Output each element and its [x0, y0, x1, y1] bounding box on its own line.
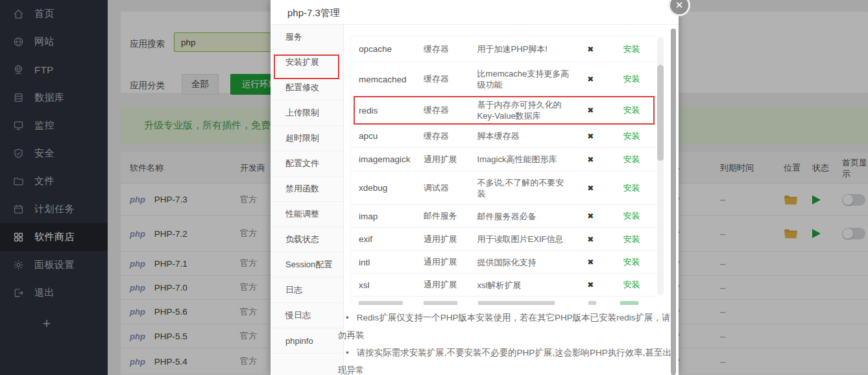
note-item: 请按实际需求安装扩展,不要安装不必要的PHP扩展,这会影响PHP执行效率,甚至出…: [338, 344, 671, 375]
extension-name: imap: [351, 212, 424, 221]
extension-row-intl: intl通用扩展提供国际化支持✖安装: [351, 251, 657, 274]
extension-name: intl: [351, 258, 424, 267]
install-button[interactable]: 安装: [623, 74, 640, 84]
close-icon: ✕: [675, 0, 684, 10]
not-installed-icon: ✖: [574, 184, 607, 193]
modal-title: php-7.3管理: [271, 0, 679, 25]
install-button[interactable]: 安装: [623, 131, 640, 141]
php-manage-modal: php-7.3管理 ✕ 服务安装扩展配置修改上传限制超时限制配置文件禁用函数性能…: [271, 0, 679, 375]
extension-description: 脚本缓存器: [477, 130, 575, 141]
extension-description: Imagick高性能图形库: [477, 154, 575, 165]
extension-name: redis: [351, 106, 424, 115]
install-button[interactable]: 安装: [623, 257, 640, 267]
extension-name: exif: [351, 234, 424, 244]
tab-安装扩展[interactable]: 安装扩展: [271, 50, 343, 75]
install-button[interactable]: 安装: [623, 154, 640, 164]
extension-description: 比memcache支持更多高级功能: [477, 68, 575, 90]
not-installed-icon: ✖: [574, 235, 607, 244]
tab-超时限制[interactable]: 超时限制: [271, 126, 343, 151]
extension-description: xsl解析扩展: [477, 280, 575, 291]
tab-配置文件[interactable]: 配置文件: [271, 151, 343, 176]
extension-type: 通用扩展: [424, 279, 477, 291]
extension-row-apcu: apcu缓存器脚本缓存器✖安装: [351, 125, 657, 148]
extension-type: 调试器: [424, 182, 477, 194]
tab-Session配置[interactable]: Session配置: [271, 252, 343, 278]
extension-description: 不多说,不了解的不要安装: [477, 177, 575, 199]
extension-name: imagemagick: [351, 154, 424, 164]
modal-tabs: 服务安装扩展配置修改上传限制超时限制配置文件禁用函数性能调整负载状态Sessio…: [271, 25, 344, 375]
extension-row-xsl: xsl通用扩展xsl解析扩展✖安装: [351, 274, 657, 296]
note-item: Redis扩展仅支持一个PHP版本安装使用，若在其它PHP版本已安装redis扩…: [338, 309, 671, 344]
modal-scrollbar[interactable]: [671, 29, 676, 375]
extension-type: 缓存器: [424, 73, 477, 85]
tab-上传限制[interactable]: 上传限制: [271, 101, 343, 126]
install-button[interactable]: 安装: [623, 211, 640, 221]
extension-description: 用于读取图片EXIF信息: [477, 234, 575, 245]
tab-性能调整[interactable]: 性能调整: [271, 202, 343, 227]
extension-type: 缓存器: [424, 130, 477, 142]
not-installed-icon: ✖: [574, 132, 607, 141]
extension-row-redis: redis缓存器基于内存亦可持久化的Key-Value数据库✖安装: [351, 97, 657, 125]
tab-服务[interactable]: 服务: [271, 25, 343, 50]
notes-list: Redis扩展仅支持一个PHP版本安装使用，若在其它PHP版本已安装redis扩…: [338, 309, 671, 375]
install-button[interactable]: 安装: [623, 280, 640, 289]
tab-禁用函数[interactable]: 禁用函数: [271, 176, 343, 202]
not-installed-icon: ✖: [574, 280, 607, 289]
extension-name: xsl: [351, 280, 424, 290]
extension-type: 通用扩展: [424, 154, 477, 165]
extension-name: memcached: [351, 75, 424, 84]
tab-负载状态[interactable]: 负载状态: [271, 227, 343, 252]
install-button[interactable]: 安装: [623, 234, 640, 244]
not-installed-icon: ✖: [574, 212, 607, 221]
extension-row-xdebug: xdebug调试器不多说,不了解的不要安装✖安装: [351, 171, 657, 205]
tab-配置修改[interactable]: 配置修改: [271, 75, 343, 101]
extension-description: 提供国际化支持: [477, 257, 575, 268]
partial-extension-row: [351, 296, 657, 305]
extension-row-opcache: opcache缓存器用于加速PHP脚本!✖安装: [351, 36, 657, 62]
extension-row-memcached: memcached缓存器比memcache支持更多高级功能✖安装: [351, 62, 657, 97]
extension-name: xdebug: [351, 183, 424, 193]
extension-description: 用于加速PHP脚本!: [477, 43, 575, 54]
extension-type: 通用扩展: [424, 256, 477, 268]
extension-row-imap: imap邮件服务邮件服务器必备✖安装: [351, 205, 657, 228]
not-installed-icon: ✖: [574, 45, 607, 54]
tab-phpinfo[interactable]: phpinfo: [271, 328, 343, 354]
extension-type: 缓存器: [424, 104, 477, 116]
extension-row-exif: exif通用扩展用于读取图片EXIF信息✖安装: [351, 228, 657, 251]
extension-name: apcu: [351, 131, 424, 141]
not-installed-icon: ✖: [574, 258, 607, 267]
install-button[interactable]: 安装: [623, 44, 640, 54]
extension-type: 邮件服务: [424, 210, 477, 222]
extension-description: 邮件服务器必备: [477, 211, 575, 222]
not-installed-icon: ✖: [574, 155, 607, 164]
extension-description: 基于内存亦可持久化的Key-Value数据库: [477, 99, 575, 121]
tab-日志[interactable]: 日志: [271, 278, 343, 303]
install-button[interactable]: 安装: [623, 183, 640, 193]
extension-table: opcache缓存器用于加速PHP脚本!✖安装memcached缓存器比memc…: [350, 36, 657, 305]
install-button[interactable]: 安装: [623, 105, 640, 115]
extension-scrollbar-thumb[interactable]: [657, 65, 664, 161]
tab-慢日志[interactable]: 慢日志: [271, 303, 343, 328]
extension-type: 通用扩展: [424, 234, 477, 245]
not-installed-icon: ✖: [574, 106, 607, 115]
extension-name: opcache: [351, 44, 424, 54]
not-installed-icon: ✖: [574, 75, 607, 84]
extension-row-imagemagick: imagemagick通用扩展Imagick高性能图形库✖安装: [351, 148, 657, 171]
extension-type: 缓存器: [424, 43, 477, 55]
